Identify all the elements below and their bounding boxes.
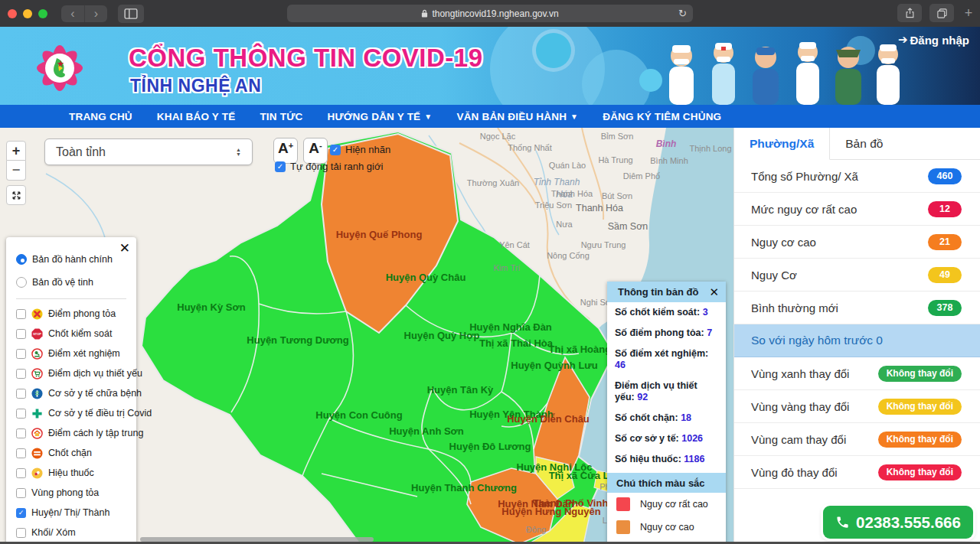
nav-item[interactable]: TIN TỨC: [260, 111, 302, 122]
layer-checkbox-item[interactable]: ✓Huyện/ Thị/ Thành: [16, 503, 136, 523]
medical-team-illustration: [651, 27, 911, 105]
layer-checkbox-item[interactable]: Điểm dịch vụ thiết yếu: [16, 363, 136, 383]
zoom-out-button[interactable]: −: [6, 161, 26, 181]
show-labels-checkbox[interactable]: ✓ Hiện nhãn: [330, 144, 390, 155]
nav-item[interactable]: VĂN BẢN ĐIỀU HÀNH▼: [456, 111, 578, 122]
portal-title: CỔNG THÔNG TIN COVID-19: [129, 44, 483, 73]
tab-active[interactable]: Phường/Xã: [734, 128, 830, 160]
font-decrease-button[interactable]: A-: [303, 138, 328, 164]
new-tab-button[interactable]: +: [962, 4, 975, 22]
checkpoint-icon: STOP: [31, 328, 43, 340]
close-icon[interactable]: ✕: [119, 240, 130, 256]
font-increase-button[interactable]: A+: [273, 138, 298, 164]
svg-text:STOP: STOP: [33, 332, 41, 336]
legend-item: Nguy cơ cao: [607, 516, 726, 539]
maximize-window-button[interactable]: [38, 9, 47, 18]
stat-row: Tổng số Phường/ Xã460: [734, 160, 980, 193]
forward-button[interactable]: ›: [84, 5, 107, 22]
covid-treatment-icon: [31, 408, 43, 419]
checkbox-icon: [16, 389, 26, 399]
map-stat-row: Số cơ sở y tế: 1026: [607, 428, 726, 449]
map-canvas[interactable]: Huyện Quế PhongHuyện Quỳ ChâuHuyện Kỳ Sơ…: [0, 128, 733, 544]
stat-row: Bình thường mới378: [734, 292, 980, 324]
status-badge: Không thay đổi: [878, 366, 962, 382]
nav-item[interactable]: TRANG CHỦ: [69, 111, 132, 122]
count-badge: 460: [928, 168, 962, 184]
radio-icon: [16, 254, 27, 265]
statistics-sidebar: Phường/XãBản đồ Tổng số Phường/ Xã460Mức…: [733, 128, 980, 544]
checkbox-checked-icon: ✓: [275, 161, 286, 172]
legend-item: Nguy cơ rất cao: [607, 493, 726, 516]
minimize-window-button[interactable]: [23, 9, 32, 18]
map-stat-row: Số chốt chặn: 18: [607, 408, 726, 428]
zoom-in-button[interactable]: +: [6, 141, 26, 161]
map-info-panel: Thông tin bản đồ ✕ Số chốt kiểm soát: 3S…: [607, 282, 726, 544]
tab-inactive[interactable]: Bản đồ: [830, 128, 898, 159]
checkbox-icon: [16, 309, 26, 319]
close-window-button[interactable]: [8, 9, 17, 18]
nav-item[interactable]: HƯỚNG DẪN Y TẾ▼: [328, 111, 433, 122]
reload-icon[interactable]: ↻: [678, 8, 687, 19]
map-stat-row: Số hiệu thuốc: 1186: [607, 449, 726, 470]
checkbox-icon: [16, 528, 26, 538]
layers-panel: ✕ Bản đồ hành chínhBản đồ vệ tinhĐiểm ph…: [6, 237, 136, 544]
layer-checkbox-item[interactable]: Hiệu thuốc: [16, 463, 136, 483]
lockdown-point-icon: [31, 308, 43, 320]
checkbox-icon: [16, 488, 26, 498]
phone-icon: [835, 515, 850, 529]
layer-checkbox-item[interactable]: Điểm cách ly tập trung: [16, 423, 136, 443]
nav-item[interactable]: KHAI BÁO Y TẾ: [157, 111, 236, 122]
lock-icon: [421, 9, 428, 18]
barrier-icon: [31, 448, 43, 459]
url-text: thongtincovid19.nghean.gov.vn: [432, 8, 558, 19]
layer-checkbox-item[interactable]: STOPChốt kiểm soát: [16, 324, 136, 344]
count-badge: 21: [928, 234, 962, 250]
basemap-radio-option[interactable]: Bản đồ vệ tinh: [16, 271, 136, 294]
select-arrows-icon: ▲▼: [236, 148, 241, 157]
change-row: Vùng đỏ thay đổiKhông thay đổi: [734, 456, 980, 489]
stat-row: Nguy cơ cao21: [734, 226, 980, 259]
back-button[interactable]: ‹: [61, 5, 84, 22]
browser-chrome: ‹ › thongtincovid19.nghean.gov.vn ↻ +: [0, 0, 980, 27]
layer-checkbox-item[interactable]: Cơ sở y tế điều trị Covid: [16, 403, 136, 423]
map-stat-row: Số chốt kiểm soát: 3: [607, 302, 726, 323]
address-bar[interactable]: thongtincovid19.nghean.gov.vn ↻: [287, 5, 693, 22]
checkbox-icon: [16, 369, 26, 379]
stat-row: Nguy Cơ49: [734, 259, 980, 292]
checkbox-icon: ✓: [16, 508, 26, 518]
legend-color-swatch: [616, 520, 630, 534]
compare-header: So với ngày hôm trước 0: [734, 324, 980, 357]
virus-illustration: [536, 33, 571, 68]
map-stat-row: Số điểm phong tỏa: 7: [607, 323, 726, 344]
login-link[interactable]: ➔ Đăng nhập: [898, 33, 969, 47]
layer-checkbox-item[interactable]: Điểm phong tỏa: [16, 304, 136, 324]
checkbox-icon: [16, 409, 26, 419]
change-row: Vùng xanh thay đổiKhông thay đổi: [734, 357, 980, 390]
quarantine-icon: [31, 428, 43, 439]
checkbox-checked-icon: ✓: [330, 145, 341, 155]
map-stat-row: Số điểm xét nghiệm: 46: [607, 344, 726, 376]
covid-portal-logo: [21, 33, 98, 100]
close-icon[interactable]: ✕: [709, 285, 719, 299]
basemap-radio-option[interactable]: Bản đồ hành chính: [16, 248, 136, 271]
status-badge: Không thay đổi: [878, 464, 962, 480]
auto-load-boundaries-checkbox[interactable]: ✓ Tự động tải ranh giới: [275, 161, 383, 172]
hotline-button[interactable]: 02383.555.666: [823, 506, 973, 539]
status-badge: Không thay đổi: [878, 432, 962, 448]
legend-color-swatch: [616, 497, 630, 511]
layer-checkbox-item[interactable]: Điểm xét nghiệm: [16, 344, 136, 363]
checkbox-icon: [16, 448, 26, 458]
layer-checkbox-item[interactable]: Vùng phong tỏa: [16, 483, 136, 503]
nav-item[interactable]: ĐĂNG KÝ TIÊM CHỦNG: [603, 111, 721, 122]
fullscreen-button[interactable]: [6, 185, 26, 205]
checkbox-icon: [16, 428, 26, 438]
region-select[interactable]: Toàn tỉnh ▲▼: [44, 138, 253, 165]
count-badge: 378: [928, 300, 962, 316]
layer-checkbox-item[interactable]: Khối/ Xóm: [16, 523, 136, 542]
layer-checkbox-item[interactable]: Cơ sở y tế chữa bệnh: [16, 383, 136, 403]
tabs-overview-icon[interactable]: [929, 4, 954, 22]
site-banner: CỔNG THÔNG TIN COVID-19 TỈNH NGHỆ AN ➔ Đ…: [0, 27, 980, 105]
share-icon[interactable]: [897, 4, 922, 22]
sidebar-toggle-icon[interactable]: [118, 5, 144, 23]
layer-checkbox-item[interactable]: Chốt chặn: [16, 443, 136, 463]
